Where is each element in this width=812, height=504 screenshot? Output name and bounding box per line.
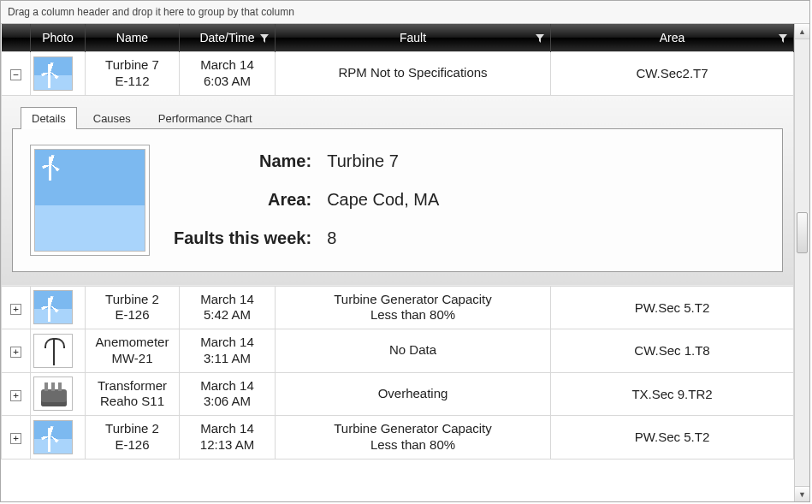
column-header-fault[interactable]: Fault [276, 24, 551, 52]
table-row[interactable]: + TransformerReaho S11 March 143:06 AM O… [2, 372, 794, 416]
group-by-bar[interactable]: Drag a column header and drop it here to… [1, 1, 809, 24]
filter-icon[interactable] [535, 33, 545, 43]
scroll-down-arrow[interactable]: ▼ [795, 486, 809, 501]
row-fault: Turbine Generator CapacityLess than 80% [279, 292, 547, 324]
row-thumbnail [33, 290, 73, 324]
table-row[interactable]: + Turbine 2E-126 March 145:42 AM Turbine… [2, 286, 794, 329]
row-area: TX.Sec 9.TR2 [631, 387, 712, 401]
expand-button[interactable]: + [10, 433, 21, 444]
filter-icon[interactable] [259, 33, 270, 43]
expand-button[interactable]: + [10, 347, 21, 358]
row-datetime: March 143:11 AM [183, 335, 271, 367]
row-thumbnail [33, 56, 73, 91]
table-row[interactable]: + Turbine 2E-126 March 1412:13 AM Turbin… [2, 416, 794, 460]
detail-label-faults: Faults this week: [174, 228, 311, 248]
tab-causes[interactable]: Causes [82, 107, 142, 129]
row-name: TransformerReaho S11 [89, 378, 175, 411]
tab-performance-chart[interactable]: Performance Chart [147, 107, 264, 129]
column-header-expand [2, 24, 31, 52]
expand-button[interactable]: + [10, 390, 21, 401]
column-header-photo[interactable]: Photo [31, 24, 86, 52]
row-thumbnail [33, 420, 73, 454]
detail-value-name: Turbine 7 [327, 151, 439, 171]
row-fault: Turbine Generator CapacityLess than 80% [279, 421, 547, 454]
row-datetime: March 1412:13 AM [183, 421, 271, 454]
row-name: AnemometerMW-21 [89, 335, 175, 367]
column-header-datetime[interactable]: Date/Time [180, 24, 276, 52]
row-datetime: March 143:06 AM [183, 378, 271, 411]
data-grid: Photo Name Date/Time Fault [1, 24, 794, 501]
row-name: Turbine 7E-112 [89, 57, 175, 90]
collapse-button[interactable]: − [10, 69, 21, 80]
row-thumbnail [33, 334, 73, 368]
column-header-row: Photo Name Date/Time Fault [2, 24, 794, 52]
scroll-thumb[interactable] [797, 212, 808, 253]
column-header-area[interactable]: Area [551, 24, 794, 52]
row-area: PW.Sec 5.T2 [635, 300, 710, 315]
detail-photo [30, 145, 150, 256]
table-row[interactable]: − Turbine 7E-112 March 146:03 AM RPM Not… [2, 52, 794, 96]
table-row[interactable]: + AnemometerMW-21 March 143:11 AM No Dat… [2, 329, 794, 373]
row-fault: Overheating [279, 386, 547, 402]
detail-label-name: Name: [174, 151, 311, 171]
row-name: Turbine 2E-126 [89, 421, 175, 454]
scroll-up-arrow[interactable]: ▲ [795, 24, 809, 39]
row-fault: No Data [279, 342, 547, 359]
row-area: CW.Sec2.T7 [636, 66, 708, 80]
detail-panel-row: Details Causes Performance Chart Name: T… [2, 95, 794, 286]
row-thumbnail [33, 377, 73, 411]
expand-button[interactable]: + [10, 304, 21, 315]
row-area: CW.Sec 1.T8 [634, 343, 709, 358]
detail-value-faults: 8 [327, 228, 439, 248]
row-datetime: March 146:03 AM [183, 57, 271, 90]
detail-label-area: Area: [174, 190, 311, 210]
row-datetime: March 145:42 AM [183, 292, 271, 324]
filter-icon[interactable] [778, 33, 788, 43]
column-header-name[interactable]: Name [86, 24, 180, 52]
vertical-scrollbar[interactable]: ▲ ▼ [794, 24, 809, 501]
row-area: PW.Sec 5.T2 [635, 430, 710, 444]
tab-details[interactable]: Details [21, 107, 77, 129]
row-fault: RPM Not to Specifications [279, 65, 547, 81]
detail-value-area: Cape Cod, MA [327, 190, 439, 210]
detail-body: Name: Turbine 7 Area: Cape Cod, MA Fault… [12, 128, 783, 272]
row-name: Turbine 2E-126 [89, 292, 175, 324]
